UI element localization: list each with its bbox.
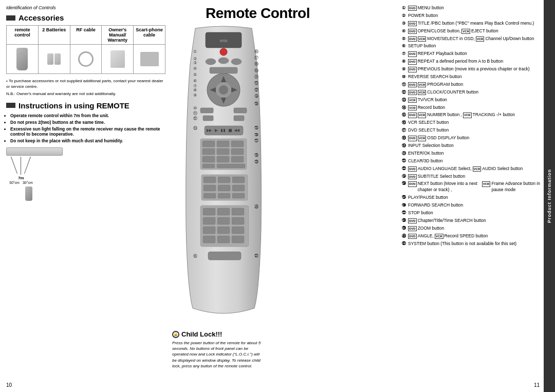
button-number: ㉘	[402, 218, 407, 223]
button-badge: VCR	[482, 181, 491, 186]
button-description-item: ⑩REVERSE SEARCH button	[402, 74, 541, 80]
button-label: TV/VCR button	[418, 97, 447, 103]
svg-text:①: ①	[193, 49, 197, 54]
button-number: ⑧	[402, 59, 407, 64]
instructions-bar	[6, 103, 15, 108]
button-label-2: AUDIO Select button	[482, 166, 523, 172]
button-badge: DVD	[408, 218, 417, 223]
svg-text:㉗: ㉗	[254, 139, 258, 143]
svg-rect-49	[203, 208, 215, 215]
svg-text:NNN: NNN	[219, 39, 227, 43]
button-badge: VCR	[461, 29, 470, 34]
button-description-item: ㉘DVDChapter/Title/Time SEARCH button	[402, 218, 541, 224]
accessories-note: • To purchase accessories or not supplie…	[6, 78, 165, 89]
button-number: ⑤	[402, 36, 407, 42]
button-number: ⑬	[402, 97, 407, 103]
svg-text:㉛: ㉛	[254, 254, 258, 258]
button-number: ㉗	[402, 210, 407, 216]
child-lock-title: 🔒 Child Lock!!!	[172, 330, 262, 338]
button-number: ①	[402, 5, 407, 11]
button-number: ⑦	[402, 51, 407, 57]
button-badge: DVD	[408, 59, 417, 64]
button-badge: VCR	[418, 82, 427, 87]
side-tab-label: Product Information	[547, 169, 552, 223]
button-description-item: ⑤DVDVCRMOVE/SELECT in OSD,VCR Channel Up…	[402, 36, 541, 42]
svg-text:⑳: ⑳	[254, 74, 258, 79]
button-description-item: ⑦DVDREPEAT Playback button	[402, 51, 541, 57]
svg-text:⑱: ⑱	[254, 62, 258, 66]
button-label: ENTER/OK button	[408, 151, 443, 157]
button-badge: DVD	[408, 36, 417, 42]
acc-header-manual: Owner's Manual/Warranty	[102, 26, 134, 44]
button-label: PREVIOUS button (move into a previous ch…	[418, 66, 530, 72]
button-badge: DVD	[408, 82, 417, 87]
button-badge: DVD	[408, 113, 417, 118]
svg-text:㉑: ㉑	[254, 81, 258, 86]
button-description-item: ㉛SYSTEM button (This button is not avail…	[402, 241, 541, 247]
accessories-table: remote control 2 Batteries RF cable Owne…	[6, 25, 165, 74]
button-description-item: ⑫DVDVCRCLOCK/COUNTER button	[402, 89, 541, 96]
button-description-item: ㉙DVDZOOM button	[402, 226, 541, 232]
svg-rect-12	[210, 67, 237, 73]
svg-rect-60	[232, 236, 244, 243]
svg-rect-16	[234, 116, 244, 121]
remote-image	[16, 48, 28, 70]
svg-rect-56	[217, 227, 230, 234]
button-label: ZOOM button	[418, 226, 445, 232]
button-description-item: ⑪DVDVCRPROGRAM button	[402, 82, 541, 88]
svg-text:⑬: ⑬	[193, 126, 197, 130]
svg-rect-34	[217, 156, 229, 162]
svg-text:⑫: ⑫	[193, 116, 197, 121]
svg-text:㉘: ㉘	[254, 153, 258, 158]
scart-image	[140, 52, 159, 66]
svg-rect-31	[217, 148, 229, 155]
svg-rect-29	[231, 141, 244, 147]
button-description-item: ⑥SETUP button	[402, 43, 541, 49]
button-label: STOP button	[408, 210, 433, 216]
acc-img-rf	[70, 45, 102, 73]
button-label: SYSTEM button (This button is not availa…	[408, 241, 516, 247]
button-badge: VCR	[408, 105, 417, 110]
button-label: REVERSE SEARCH button	[408, 74, 461, 80]
button-label: NEXT button (Move into a next chapter or…	[418, 181, 481, 193]
button-badge: DVD	[408, 6, 417, 11]
button-description-item: ㉑CLEAR/3D button	[402, 158, 541, 164]
button-badge: VCR	[418, 136, 427, 141]
svg-text:㉒: ㉒	[254, 88, 258, 92]
svg-rect-15	[234, 108, 247, 113]
button-number: ③	[402, 21, 407, 26]
button-badge: DVD	[408, 226, 417, 231]
svg-text:⑮: ⑮	[193, 254, 197, 258]
button-label: INPUT Selection button	[408, 143, 454, 149]
button-label-2: EJECT button	[471, 28, 498, 34]
button-description-item: ㉓DVDSUBTITLE Select button	[402, 174, 541, 180]
button-badge: VCR	[463, 113, 472, 118]
svg-rect-14	[203, 116, 213, 121]
button-badge: VCR	[476, 36, 485, 42]
button-description-item: ㉒DVDAUDIO LANGUAGE Select,VCR AUDIO Sele…	[402, 166, 541, 172]
button-description-item: ㉔DVDNEXT button (Move into a next chapte…	[402, 181, 541, 193]
button-label: MENU button	[418, 5, 444, 11]
svg-text:⑯: ⑯	[254, 49, 258, 54]
button-label: OPEN/CLOSE button,	[418, 28, 461, 34]
svg-text:⑥: ⑥	[193, 79, 197, 83]
acc-img-remote	[7, 45, 39, 73]
svg-point-11	[231, 59, 242, 65]
angle-left: 30°cm	[9, 181, 20, 184]
svg-point-10	[218, 58, 229, 64]
button-descriptions: ①DVDMENU button②POWER button③DVDTITLE /P…	[402, 5, 541, 249]
svg-rect-28	[217, 141, 229, 147]
button-number: ⑯	[402, 120, 407, 125]
button-description-item: ⑰DVD SELECT button	[402, 127, 541, 134]
child-lock-icon: 🔒	[172, 331, 179, 338]
button-label: DVD SELECT button	[408, 127, 449, 134]
accessories-nb: N.B.: Owner's manual and warranty are no…	[6, 91, 165, 97]
svg-text:⑤: ⑤	[193, 72, 197, 77]
button-number: ㉕	[402, 195, 407, 200]
button-description-item: ⑭VCRRecord button	[402, 105, 541, 111]
button-label: VCR SELECT button	[408, 120, 449, 126]
button-label: REPEAT Playback button	[418, 51, 467, 57]
svg-text:㉓: ㉓	[254, 94, 258, 99]
button-badge: DVD	[408, 67, 417, 72]
svg-rect-45	[203, 193, 216, 198]
